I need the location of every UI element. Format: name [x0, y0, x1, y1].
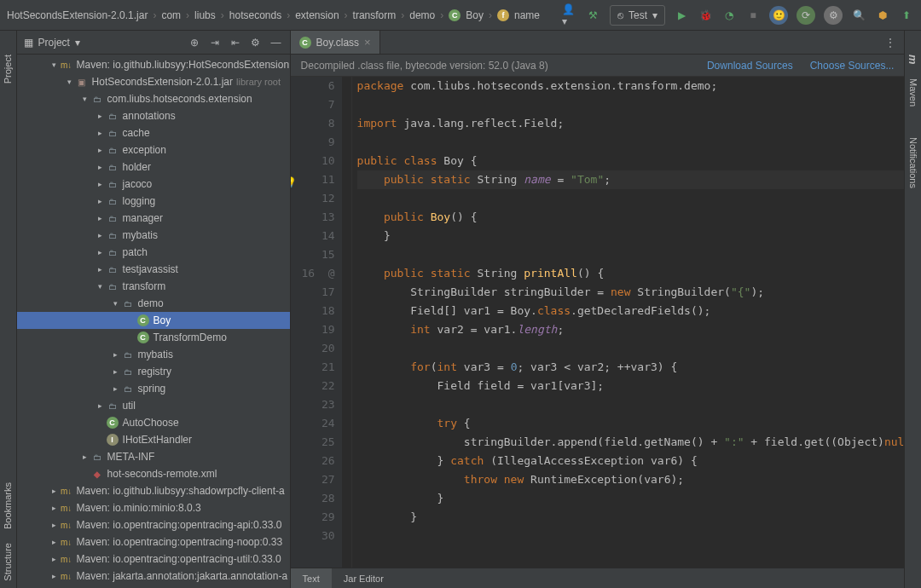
tab-jar-editor[interactable]: Jar Editor	[332, 568, 396, 588]
line-gutter: 6 7 8 9 10 11💡 12 13 14 15 16 @ 17 18 19…	[291, 77, 342, 568]
tree-maven[interactable]: ▸m↓Maven: io.opentracing:opentracing-api…	[17, 516, 290, 533]
tree-maven[interactable]: ▸m↓Maven: io.github.liubsyy:shadowrpcfly…	[17, 482, 290, 499]
left-tool-strip: Project Bookmarks Structure	[0, 31, 17, 588]
close-icon[interactable]: ×	[364, 36, 371, 49]
project-title: Project	[38, 37, 70, 49]
bc-pkg[interactable]: extension	[295, 9, 339, 21]
tree-class-boy[interactable]: CBoy	[17, 312, 290, 329]
field-icon: f	[497, 9, 509, 21]
tool-notifications[interactable]: Notifications	[908, 130, 918, 195]
tree-folder[interactable]: ▸🗀mybatis	[17, 346, 290, 363]
tree-class[interactable]: CTransformDemo	[17, 329, 290, 346]
tree-folder[interactable]: ▸🗀manager	[17, 210, 290, 227]
chevron-down-icon: ▾	[652, 9, 657, 21]
code-with-me-icon[interactable]: ⟳	[796, 6, 815, 25]
hide-icon[interactable]: —	[269, 36, 283, 49]
breadcrumbs: HotSecondsExtension-2.0.1.jar› com› liub…	[7, 9, 559, 21]
tip-icon[interactable]: ⬢	[875, 8, 890, 23]
class-icon: C	[299, 37, 311, 49]
bc-pkg[interactable]: liubs	[194, 9, 216, 21]
tree-class[interactable]: CAutoChoose	[17, 414, 290, 431]
project-panel: ▦ Project ▾ ⊕ ⇥ ⇤ ⚙ — ▾m↓Maven: io.githu…	[17, 31, 291, 588]
bc-class[interactable]: Boy	[466, 9, 484, 21]
project-view-icon: ▦	[24, 37, 33, 49]
tab-overflow-icon[interactable]: ⋮	[877, 37, 904, 49]
tree-folder[interactable]: ▸🗀spring	[17, 380, 290, 397]
bc-pkg[interactable]: com	[161, 9, 181, 21]
bc-pkg[interactable]: demo	[409, 9, 435, 21]
upgrade-icon[interactable]: ⬆	[899, 8, 914, 23]
tree-maven[interactable]: ▸m↓Maven: io.opentracing:opentracing-uti…	[17, 551, 290, 568]
tool-bookmarks[interactable]: Bookmarks	[3, 476, 13, 536]
class-icon: C	[449, 9, 460, 21]
tree-jar[interactable]: ▾▣HotSecondsExtension-2.0.1.jarlibrary r…	[17, 73, 290, 90]
tree-folder[interactable]: ▸🗀jacoco	[17, 176, 290, 193]
download-sources-link[interactable]: Download Sources	[707, 60, 793, 72]
hammer-icon[interactable]: ⚒	[586, 8, 601, 23]
tree-folder[interactable]: ▸🗀mybatis	[17, 227, 290, 244]
banner-text: Decompiled .class file, bytecode version…	[301, 60, 548, 72]
decompile-banner: Decompiled .class file, bytecode version…	[291, 55, 905, 77]
tree-folder[interactable]: ▸🗀META-INF	[17, 448, 290, 465]
toolbar-right: 👤▾ ⚒ ⎋ Test ▾ ▶ 🐞 ◔ ■ 🙂 ⟳ ⚙ 🔍 ⬢ ⬆	[562, 5, 914, 26]
fold-gutter[interactable]	[342, 77, 352, 568]
run-button[interactable]: ▶	[674, 8, 689, 23]
run-config-selector[interactable]: ⎋ Test ▾	[610, 5, 665, 26]
navigation-bar: HotSecondsExtension-2.0.1.jar› com› liub…	[0, 0, 921, 31]
tree-folder[interactable]: ▸🗀holder	[17, 159, 290, 176]
avatar-icon[interactable]: 🙂	[769, 6, 788, 25]
code-body[interactable]: package com.liubs.hotseconds.extension.t…	[352, 77, 905, 568]
run-config-icon: ⎋	[617, 9, 623, 21]
tool-maven-label[interactable]: Maven	[908, 72, 918, 113]
tree-maven[interactable]: ▸m↓Maven: jakarta.annotation:jakarta.ann…	[17, 568, 290, 585]
bc-jar[interactable]: HotSecondsExtension-2.0.1.jar	[7, 9, 148, 21]
tree-folder[interactable]: ▾🗀transform	[17, 278, 290, 295]
tab-boy-class[interactable]: C Boy.class ×	[291, 31, 380, 54]
choose-sources-link[interactable]: Choose Sources...	[810, 60, 895, 72]
editor-tabs: C Boy.class × ⋮	[291, 31, 905, 55]
tab-label: Boy.class	[316, 37, 359, 49]
bc-pkg[interactable]: hotseconds	[229, 9, 281, 21]
tree-lib-root[interactable]: ▾m↓Maven: io.github.liubsyy:HotSecondsEx…	[17, 56, 290, 73]
chevron-down-icon[interactable]: ▾	[75, 37, 80, 49]
tool-project[interactable]: Project	[3, 48, 13, 90]
tree-folder[interactable]: ▸🗀testjavassist	[17, 261, 290, 278]
editor-area: C Boy.class × ⋮ Decompiled .class file, …	[291, 31, 905, 588]
tree-folder[interactable]: ▸🗀annotations	[17, 107, 290, 124]
project-header: ▦ Project ▾ ⊕ ⇥ ⇤ ⚙ —	[17, 31, 290, 55]
editor-bottom-tabs: Text Jar Editor	[291, 568, 905, 588]
bc-field[interactable]: name	[514, 9, 540, 21]
coverage-button[interactable]: ◔	[721, 8, 737, 23]
tool-maven[interactable]: m	[907, 48, 919, 72]
tree-maven[interactable]: ▸m↓Maven: io.minio:minio:8.0.3	[17, 499, 290, 516]
select-target-icon[interactable]: ⊕	[188, 36, 201, 49]
project-tree[interactable]: ▾m↓Maven: io.github.liubsyy:HotSecondsEx…	[17, 55, 290, 588]
tree-folder[interactable]: ▸🗀cache	[17, 124, 290, 141]
tree-folder[interactable]: ▸🗀logging	[17, 193, 290, 210]
tree-folder[interactable]: ▾🗀demo	[17, 295, 290, 312]
expand-icon[interactable]: ⇥	[208, 36, 222, 49]
tree-maven[interactable]: ▸m↓Maven: io.opentracing:opentracing-noo…	[17, 533, 290, 551]
settings-gear-icon[interactable]: ⚙	[824, 6, 843, 25]
bc-pkg[interactable]: transform	[353, 9, 397, 21]
tree-xml[interactable]: ◆hot-seconds-remote.xml	[17, 465, 290, 482]
stop-button[interactable]: ■	[745, 8, 761, 23]
collapse-icon[interactable]: ⇤	[229, 36, 242, 49]
tool-structure[interactable]: Structure	[3, 536, 13, 588]
tree-folder[interactable]: ▸🗀registry	[17, 363, 290, 380]
search-icon[interactable]: 🔍	[851, 8, 866, 23]
tree-pkg[interactable]: ▾🗀com.liubs.hotseconds.extension	[17, 90, 290, 107]
gear-icon[interactable]: ⚙	[249, 36, 263, 49]
tab-text[interactable]: Text	[291, 568, 332, 588]
user-icon[interactable]: 👤▾	[562, 8, 577, 23]
debug-button[interactable]: 🐞	[698, 8, 713, 23]
code-editor[interactable]: 6 7 8 9 10 11💡 12 13 14 15 16 @ 17 18 19…	[291, 77, 905, 568]
tree-folder[interactable]: ▸🗀exception	[17, 141, 290, 159]
tree-folder[interactable]: ▸🗀patch	[17, 244, 290, 261]
right-tool-strip: m Maven Notifications	[904, 31, 921, 588]
run-config-label: Test	[628, 9, 647, 21]
tree-interface[interactable]: IIHotExtHandler	[17, 431, 290, 448]
tree-folder[interactable]: ▸🗀util	[17, 397, 290, 414]
